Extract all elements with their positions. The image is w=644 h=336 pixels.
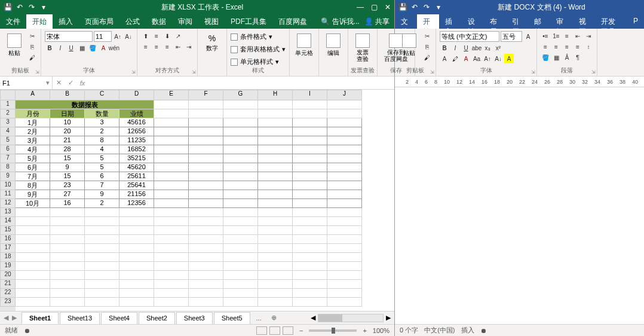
row-header-4[interactable]: 4 xyxy=(0,127,16,136)
cell[interactable] xyxy=(85,280,119,289)
zoom-in-icon[interactable]: + xyxy=(363,327,366,334)
cell[interactable] xyxy=(154,199,189,208)
sheet-tab-Sheet4[interactable]: Sheet4 xyxy=(101,312,137,324)
cell[interactable] xyxy=(258,127,293,136)
cell[interactable] xyxy=(327,127,362,136)
strikethrough-icon[interactable]: abe xyxy=(472,43,482,53)
row-header-19[interactable]: 19 xyxy=(0,262,16,271)
hscroll-track[interactable] xyxy=(318,314,384,322)
cell[interactable] xyxy=(293,262,327,271)
font-color-icon[interactable]: A xyxy=(461,54,471,63)
sheet-tab-Sheet2[interactable]: Sheet2 xyxy=(139,312,175,324)
cell[interactable] xyxy=(16,298,50,307)
align-center-icon[interactable]: ≡ xyxy=(551,42,561,51)
cell[interactable] xyxy=(293,289,327,298)
insert-mode[interactable]: 插入 xyxy=(461,326,474,335)
cell[interactable] xyxy=(223,181,258,190)
cell[interactable] xyxy=(50,235,85,244)
cell[interactable] xyxy=(189,271,223,280)
cell[interactable] xyxy=(154,208,189,217)
cell[interactable] xyxy=(154,289,189,298)
save-icon[interactable]: 💾 xyxy=(4,3,12,11)
cell[interactable] xyxy=(223,262,258,271)
row-header-22[interactable]: 22 xyxy=(0,289,16,298)
qat-dropdown-icon[interactable]: ▾ xyxy=(39,3,48,11)
cell[interactable] xyxy=(327,136,362,145)
data-cell[interactable]: 12356 xyxy=(119,199,154,208)
tab-nav-prev-icon[interactable]: ◀ xyxy=(4,314,8,322)
row-header-21[interactable]: 21 xyxy=(0,280,16,289)
decrease-font-icon[interactable]: A↓ xyxy=(124,32,133,41)
normal-view-icon[interactable] xyxy=(256,326,267,335)
conditional-format-button[interactable]: 条件格式 ▾ xyxy=(231,31,286,42)
cell[interactable] xyxy=(327,100,362,109)
data-cell[interactable]: 4月 xyxy=(16,145,50,154)
row-header-23[interactable]: 23 xyxy=(0,298,16,307)
row-header-13[interactable]: 13 xyxy=(0,208,16,217)
cell[interactable] xyxy=(223,235,258,244)
cell[interactable] xyxy=(223,136,258,145)
cell[interactable] xyxy=(85,244,119,253)
cell[interactable] xyxy=(189,262,223,271)
data-cell[interactable]: 16 xyxy=(50,199,85,208)
cell[interactable] xyxy=(154,235,189,244)
orientation-icon[interactable]: ↗ xyxy=(173,31,183,41)
cell[interactable] xyxy=(189,208,223,217)
align-left-icon[interactable]: ≡ xyxy=(141,42,151,51)
cell[interactable] xyxy=(258,217,293,226)
cell[interactable] xyxy=(293,208,327,217)
cell[interactable] xyxy=(189,109,223,118)
col-header-F[interactable]: F xyxy=(189,90,223,100)
cell[interactable] xyxy=(327,145,362,154)
cell[interactable] xyxy=(293,199,327,208)
data-cell[interactable]: 21156 xyxy=(119,190,154,199)
number-format-button[interactable]: %数字 xyxy=(201,31,223,53)
cell[interactable] xyxy=(119,253,154,262)
format-painter-icon[interactable]: 🖌 xyxy=(422,53,432,62)
vertical-ruler[interactable] xyxy=(400,92,414,319)
cell[interactable] xyxy=(16,271,50,280)
cell[interactable] xyxy=(327,208,362,217)
cell[interactable] xyxy=(293,235,327,244)
tab-nav-next-icon[interactable]: ▶ xyxy=(12,314,17,322)
cell[interactable] xyxy=(293,181,327,190)
cell[interactable] xyxy=(223,271,258,280)
cell[interactable] xyxy=(154,118,189,127)
data-cell[interactable]: 23 xyxy=(50,181,85,190)
fill-color-icon[interactable]: 🪣 xyxy=(88,43,97,53)
ribbon-tab-审阅[interactable]: 审阅 xyxy=(550,14,572,29)
zoom-level[interactable]: 100% xyxy=(373,327,390,334)
row-header-17[interactable]: 17 xyxy=(0,244,16,253)
cell[interactable] xyxy=(223,109,258,118)
cell[interactable] xyxy=(119,217,154,226)
cell[interactable] xyxy=(293,172,327,181)
ribbon-tab-布局[interactable]: 布局 xyxy=(484,14,506,29)
cell[interactable] xyxy=(223,154,258,163)
cell[interactable] xyxy=(327,226,362,235)
highlight-icon[interactable]: 🖍 xyxy=(450,54,460,63)
data-cell[interactable]: 2 xyxy=(85,127,119,136)
cell[interactable] xyxy=(223,289,258,298)
cell[interactable] xyxy=(85,253,119,262)
ribbon-tab-审阅[interactable]: 审阅 xyxy=(172,14,198,29)
cell[interactable] xyxy=(258,235,293,244)
line-spacing-icon[interactable]: ↕ xyxy=(584,42,593,51)
table-header[interactable]: 日期 xyxy=(50,109,85,118)
data-cell[interactable]: 15 xyxy=(50,172,85,181)
cell[interactable] xyxy=(189,136,223,145)
cell[interactable] xyxy=(189,172,223,181)
borders-icon[interactable]: ▦ xyxy=(551,53,561,62)
cell[interactable] xyxy=(223,298,258,307)
cell[interactable] xyxy=(119,262,154,271)
cell[interactable] xyxy=(258,226,293,235)
cut-icon[interactable]: ✂ xyxy=(422,31,432,41)
cell[interactable] xyxy=(258,109,293,118)
copy-icon[interactable]: ⎘ xyxy=(27,42,37,51)
cell[interactable] xyxy=(293,136,327,145)
cell[interactable] xyxy=(258,199,293,208)
col-header-E[interactable]: E xyxy=(154,90,189,100)
cell[interactable] xyxy=(85,217,119,226)
cell[interactable] xyxy=(119,298,154,307)
table-format-button[interactable]: 套用表格格式 ▾ xyxy=(231,44,286,55)
table-header[interactable]: 月份 xyxy=(16,109,50,118)
